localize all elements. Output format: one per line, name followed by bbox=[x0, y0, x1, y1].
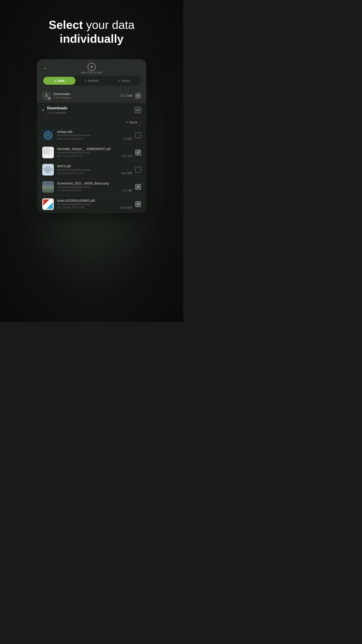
pdf-line bbox=[43, 153, 52, 154]
expanded-folder-name: Downloads bbox=[47, 106, 135, 110]
file-thumbnail-neural: Neural Networks from Scratch in Python bbox=[42, 164, 54, 176]
neural-thumb-text: Neural Networks from Scratch in Python bbox=[43, 166, 53, 173]
pdf-line bbox=[43, 148, 52, 148]
file-checkbox[interactable] bbox=[135, 150, 141, 156]
file-size: 64.1 KiB bbox=[122, 154, 132, 158]
sort-label: Name bbox=[129, 120, 138, 124]
file-thumbnail-photo bbox=[42, 181, 54, 193]
photo-scene bbox=[42, 186, 54, 193]
file-info: NNFS.pdf /storage/emulated/0/Download Sa… bbox=[57, 164, 132, 175]
folder-row-partial[interactable]: ⬇ 🔍 Downloads 3 of 5 selected 72.1 MiB — bbox=[37, 89, 146, 102]
phone-mockup: ← ★ PROTECTSTAR 1. Data 2. Method 3. Shr… bbox=[37, 59, 146, 213]
pdf-line bbox=[43, 151, 52, 152]
folder-sub-partial: 3 of 5 selected bbox=[53, 96, 120, 99]
file-row[interactable]: 👁 antispy.apk /storage/emulated/0/Downlo… bbox=[37, 127, 146, 144]
folder-checkbox-indeterminate[interactable] bbox=[135, 107, 141, 113]
expanded-folder-info: Downloads 3 of 5 selected bbox=[47, 106, 135, 114]
file-info: iShredder_Report_....E699D83F97.pdf /sto… bbox=[57, 147, 132, 158]
file-thumbnail-apk: 👁 bbox=[42, 130, 54, 141]
file-row[interactable]: Neural Networks from Scratch in Python N… bbox=[37, 161, 146, 178]
pdf-line bbox=[43, 150, 52, 150]
file-path: /storage/emulated/0/Download bbox=[57, 168, 132, 171]
file-size: 2.1 MiB bbox=[123, 189, 132, 192]
file-date: Wed, 12 Jul 2023 22:13 bbox=[57, 137, 83, 140]
file-date-size: Fri, 25 Nov 2022 20:41 2.1 MiB bbox=[57, 189, 132, 192]
ticket-thumb bbox=[42, 198, 54, 210]
file-row[interactable]: Screenshot_2022...04059_Boost.png /stora… bbox=[37, 178, 146, 196]
file-path: /storage/emulated/0/Download bbox=[57, 151, 132, 154]
file-info: Screenshot_2022...04059_Boost.png /stora… bbox=[57, 182, 132, 192]
ticket-inner bbox=[43, 200, 53, 209]
file-checkbox[interactable] bbox=[135, 132, 141, 138]
hero-title-normal: your data bbox=[83, 18, 134, 31]
file-info: ticket-20230514154832.pdf /storage/emula… bbox=[57, 199, 132, 209]
file-checkbox[interactable] bbox=[135, 184, 141, 190]
sort-bar: ≡ Name ↑ bbox=[37, 118, 146, 127]
hero-title: Select your data individually bbox=[13, 18, 170, 46]
hero-section: Select your data individually bbox=[0, 0, 183, 55]
file-name: ticket-20230514154832.pdf bbox=[57, 199, 132, 202]
file-date-size: Wed, 12 Jul 2023 22:13 5.0 MiB bbox=[57, 137, 132, 140]
file-date-size: Wed, 12 Jul 2023 13:01 64.1 KiB bbox=[57, 154, 132, 158]
logo-section: ★ PROTECTSTAR bbox=[81, 63, 102, 74]
file-date-size: Sun, 14 May 2023 15:48 491.8 KiB bbox=[57, 206, 132, 209]
tab-shred[interactable]: 3. Shred bbox=[108, 77, 140, 85]
file-checkbox[interactable] bbox=[135, 167, 141, 173]
apk-inner-icon: 👁 bbox=[44, 131, 52, 139]
expanded-folder: ▾ Downloads 3 of 5 selected ≡ Name ↑ bbox=[37, 102, 146, 213]
file-date: Fri, 25 Nov 2022 20:41 bbox=[57, 189, 82, 192]
expanded-folder-sub: 3 of 5 selected bbox=[47, 111, 135, 114]
file-size: 64.4 MiB bbox=[122, 172, 132, 175]
file-name: Screenshot_2022...04059_Boost.png bbox=[57, 182, 132, 185]
file-path: /storage/emulated/0/Download bbox=[57, 186, 132, 188]
file-list: 👁 antispy.apk /storage/emulated/0/Downlo… bbox=[37, 127, 146, 213]
back-button[interactable]: ← bbox=[42, 64, 49, 72]
pdf-line bbox=[43, 152, 49, 153]
expanded-folder-header[interactable]: ▾ Downloads 3 of 5 selected bbox=[37, 102, 146, 118]
file-row[interactable]: ticket-20230514154832.pdf /storage/emula… bbox=[37, 196, 146, 213]
hero-title-bold: Select bbox=[49, 18, 83, 31]
tab-data[interactable]: 1. Data bbox=[43, 77, 75, 85]
file-thumbnail-ticket bbox=[42, 198, 54, 210]
logo-text: PROTECTSTAR bbox=[81, 72, 102, 74]
file-date: Sun, 14 May 2023 15:48 bbox=[57, 206, 84, 209]
app-header: ← ★ PROTECTSTAR bbox=[37, 59, 146, 76]
tab-bar: 1. Data 2. Method 3. Shred bbox=[42, 76, 141, 86]
folder-checkbox-partial[interactable]: — bbox=[135, 93, 141, 98]
folder-size-partial: 72.1 MiB bbox=[120, 94, 132, 98]
folder-info-partial: Downloads 3 of 5 selected bbox=[53, 92, 120, 99]
hero-title-line2: individually bbox=[60, 32, 124, 45]
folder-icon-downloads: ⬇ 🔍 bbox=[42, 92, 51, 100]
folder-name-partial: Downloads bbox=[53, 92, 120, 96]
pdf-line bbox=[43, 149, 49, 149]
file-date: Sat, 15 May 2021 21:46 bbox=[57, 172, 83, 175]
file-date: Wed, 12 Jul 2023 13:01 bbox=[57, 154, 83, 158]
file-info: antispy.apk /storage/emulated/0/Download… bbox=[57, 130, 132, 140]
indeterminate-bar bbox=[136, 110, 139, 110]
tab-method[interactable]: 2. Method bbox=[75, 77, 108, 85]
file-checkbox[interactable] bbox=[135, 201, 141, 207]
chevron-down-icon[interactable]: ▾ bbox=[42, 108, 44, 112]
file-path: /storage/emulated/0/Download bbox=[57, 134, 132, 137]
sort-direction-button[interactable]: ↑ bbox=[139, 120, 141, 124]
pdf-thumb bbox=[42, 147, 54, 158]
file-date-size: Sat, 15 May 2021 21:46 64.4 MiB bbox=[57, 172, 132, 175]
file-thumbnail-pdf bbox=[42, 147, 54, 158]
file-size: 5.0 MiB bbox=[123, 137, 132, 140]
download-icon: ⬇ bbox=[45, 93, 48, 98]
file-name: NNFS.pdf bbox=[57, 164, 132, 168]
photo-thumb bbox=[42, 181, 54, 193]
file-size: 491.8 KiB bbox=[120, 206, 132, 209]
search-badge: 🔍 bbox=[48, 97, 51, 100]
file-row[interactable]: iShredder_Report_....E699D83F97.pdf /sto… bbox=[37, 144, 146, 161]
apk-thumb-icon: 👁 bbox=[42, 130, 54, 141]
file-path: /storage/emulated/0/Download bbox=[57, 203, 132, 206]
neural-thumb: Neural Networks from Scratch in Python bbox=[42, 164, 54, 176]
logo-star-icon: ★ bbox=[88, 63, 96, 71]
file-name: iShredder_Report_....E699D83F97.pdf bbox=[57, 147, 132, 151]
file-name: antispy.apk bbox=[57, 130, 132, 134]
sort-icon: ≡ bbox=[126, 120, 128, 124]
